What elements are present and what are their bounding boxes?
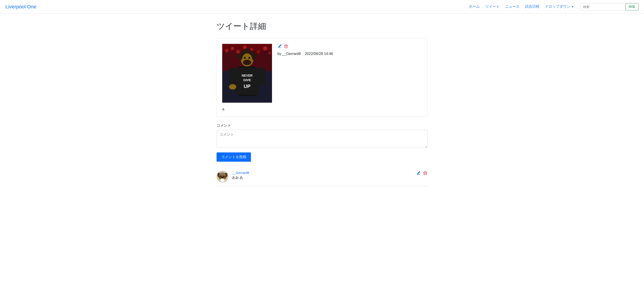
navbar-brand[interactable]: Liverpool One bbox=[6, 4, 36, 10]
tweet-header: NEVER GIVE UP bbox=[222, 44, 422, 103]
comment-item: __Gerrard8 ああ あ bbox=[216, 167, 428, 186]
delete-tweet-icon[interactable] bbox=[284, 44, 288, 49]
svg-point-8 bbox=[256, 50, 260, 54]
comment-submit-button[interactable]: コメントを投稿 bbox=[216, 152, 251, 162]
svg-point-39 bbox=[221, 177, 224, 178]
svg-rect-26 bbox=[229, 68, 236, 86]
edit-comment-icon[interactable] bbox=[416, 171, 421, 176]
svg-rect-41 bbox=[424, 172, 426, 175]
svg-point-28 bbox=[229, 84, 236, 89]
dropdown-label: ドロップダウン bbox=[545, 4, 570, 9]
svg-point-10 bbox=[268, 51, 271, 54]
avatar bbox=[216, 171, 228, 183]
svg-point-4 bbox=[231, 47, 234, 50]
nav-link-news[interactable]: ニュース bbox=[505, 4, 520, 9]
edit-tweet-icon[interactable] bbox=[278, 44, 282, 49]
comment-author[interactable]: __Gerrard8 bbox=[232, 171, 412, 175]
svg-rect-27 bbox=[258, 68, 265, 86]
delete-comment-icon[interactable] bbox=[423, 171, 428, 176]
svg-text:UP: UP bbox=[244, 83, 251, 89]
tweet-image: NEVER GIVE UP bbox=[222, 44, 272, 103]
svg-point-18 bbox=[244, 57, 246, 59]
comment-label: コメント bbox=[216, 123, 428, 128]
tweet-meta: by __Gerrard8 2022/06/28 14:46 bbox=[278, 44, 422, 103]
comment-section: コメント コメントを投稿 bbox=[216, 123, 428, 162]
nav-link-tweet[interactable]: ツイート bbox=[485, 4, 500, 9]
navbar-right: ホーム ツイート ニュース 試合日程 ドロップダウン ▼ 検索 bbox=[469, 3, 638, 10]
search-area: 検索 bbox=[580, 3, 638, 10]
nav-links: ホーム ツイート ニュース 試合日程 ドロップダウン ▼ bbox=[469, 4, 574, 9]
nav-link-home[interactable]: ホーム bbox=[469, 4, 480, 9]
comment-icons bbox=[416, 171, 428, 176]
comment-textarea[interactable] bbox=[216, 130, 428, 148]
comment-list: __Gerrard8 ああ あ bbox=[216, 167, 428, 186]
svg-point-9 bbox=[263, 46, 267, 50]
tweet-timestamp: 2022/06/28 14:46 bbox=[305, 52, 333, 56]
svg-point-19 bbox=[248, 57, 250, 59]
svg-point-20 bbox=[243, 60, 251, 65]
chevron-down-icon: ▼ bbox=[571, 5, 574, 8]
svg-point-3 bbox=[225, 49, 228, 52]
comment-content: __Gerrard8 ああ あ bbox=[232, 171, 412, 180]
navbar: Liverpool One ホーム ツイート ニュース 試合日程 ドロップダウン… bbox=[0, 0, 644, 13]
svg-text:NEVER: NEVER bbox=[242, 74, 252, 77]
svg-point-40 bbox=[220, 178, 225, 182]
tweet-actions bbox=[278, 44, 422, 49]
nav-dropdown[interactable]: ドロップダウン ▼ bbox=[545, 4, 574, 9]
search-input[interactable] bbox=[580, 3, 626, 10]
tweet-card: NEVER GIVE UP bbox=[216, 38, 428, 117]
tweet-author: by __Gerrard8 bbox=[278, 52, 301, 56]
svg-text:GIVE: GIVE bbox=[243, 78, 251, 82]
tweet-author-time: by __Gerrard8 2022/06/28 14:46 bbox=[278, 52, 422, 56]
search-button[interactable]: 検索 bbox=[626, 3, 638, 10]
svg-point-38 bbox=[224, 176, 224, 176]
page-title: ツイート詳細 bbox=[216, 21, 428, 32]
main-content: ツイート詳細 bbox=[211, 13, 433, 194]
comment-text: ああ あ bbox=[232, 176, 412, 180]
nav-link-schedule[interactable]: 試合日程 bbox=[525, 4, 540, 9]
svg-point-37 bbox=[221, 176, 222, 176]
svg-rect-29 bbox=[285, 45, 288, 48]
tweet-body: a bbox=[222, 107, 422, 111]
